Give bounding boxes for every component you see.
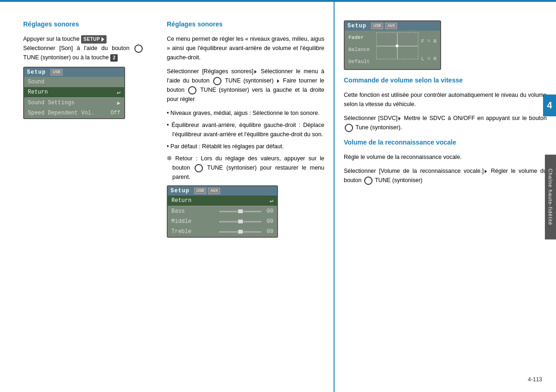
fader-left-labels: Fader Balance Default xyxy=(348,32,376,67)
screen2-header: Setup USB AUX xyxy=(168,186,277,196)
mid-bullet1: • Niveaux graves, médial, aigus : Sélect… xyxy=(167,108,324,118)
tune-circle-5 xyxy=(345,124,353,132)
tune-circle-6 xyxy=(364,177,373,185)
screen1-title: Setup xyxy=(27,69,46,76)
left-section-title: Réglages sonores xyxy=(23,20,144,28)
screen1-speed-label: Speed Dependent Vol. xyxy=(28,110,110,116)
screen1-row-return: Return ↵ xyxy=(24,87,124,97)
page-content: Réglages sonores Appuyer sur la touche S… xyxy=(0,2,556,392)
col-mid: Réglages sonores Ce menu permet de régle… xyxy=(158,2,334,392)
setup-button-inline: SETUP xyxy=(81,35,107,44)
col-right: Setup USB AUX Fader Balance Default F = … xyxy=(334,2,556,392)
treble-thumb xyxy=(238,229,243,234)
screen2-middle-label: Middle xyxy=(171,218,217,225)
tune-circle-3 xyxy=(188,86,196,95)
tune-circle-4 xyxy=(195,164,203,172)
screen1-return-label: Return xyxy=(28,89,117,95)
side-tab: Chaîne haute-fidélité xyxy=(545,155,556,240)
chapter-tab: 4 xyxy=(543,95,556,116)
right-section2-para2: Sélectionner [Volume de la reconnaissanc… xyxy=(344,166,547,185)
screen1-row-soundsettings: Sound Settings ▶ xyxy=(24,98,124,108)
mid-bullet3: • Par défaut : Rétablit les réglages par… xyxy=(167,142,324,151)
screen1-soundsettings-label: Sound Settings xyxy=(28,100,117,106)
screen2-treble-row: Treble 00 xyxy=(168,227,277,237)
arrow-icon-1 xyxy=(254,70,257,74)
fader-right-labels: F = B L = R xyxy=(421,32,436,67)
mid-para2: Sélectionner [Réglages sonores] Sélectio… xyxy=(167,67,324,104)
fader-screen-title: Setup xyxy=(348,23,366,29)
screen2-bass-label: Bass xyxy=(171,208,217,215)
right-para1: Cette fonction est utilisée pour contrôl… xyxy=(344,90,547,109)
screen2-bass-row: Bass 00 xyxy=(168,206,277,216)
screen1-row-sound: Sound xyxy=(24,77,124,87)
arrow-icon-2 xyxy=(277,79,279,83)
tune-circle-icon xyxy=(134,44,143,53)
screen2-aux: AUX xyxy=(208,188,220,194)
screen2-usb: USB xyxy=(194,188,206,194)
fader-dot xyxy=(396,44,398,47)
screen2-return-label: Return xyxy=(171,197,270,204)
right-section2-title: Volume de la reconnaissance vocale xyxy=(344,139,547,146)
fb-label: F = B xyxy=(421,38,436,44)
screen-fader: Setup USB AUX Fader Balance Default F = … xyxy=(344,20,441,70)
left-intro: Appuyer sur la touche SETUP Sélectionner… xyxy=(23,34,144,62)
bass-thumb xyxy=(238,209,243,214)
bass-slider xyxy=(217,211,263,212)
treble-slider xyxy=(217,231,263,233)
fader-content: Fader Balance Default F = B L = R xyxy=(345,31,440,69)
fader-label: Fader xyxy=(348,32,376,44)
screen1-row-speed: Speed Dependent Vol. Off xyxy=(24,108,124,118)
screen1-return-icon: ↵ xyxy=(117,89,120,96)
screen1-header: Setup USB xyxy=(24,68,124,77)
arrow-right-4 xyxy=(485,170,487,173)
middle-slider xyxy=(217,221,263,222)
screen2-return-row: Return ↵ xyxy=(168,196,277,206)
screen2-middle-value: 00 xyxy=(263,218,273,225)
balance-label: Balance xyxy=(348,44,376,56)
treble-track xyxy=(219,231,261,233)
middle-track xyxy=(219,221,261,222)
screen-1: Setup USB Sound Return ↵ Sound Settings … xyxy=(23,67,125,119)
lr-label: L = R xyxy=(421,56,436,62)
default-label: Default xyxy=(348,57,376,68)
arrow-right-3 xyxy=(398,117,401,120)
num-2-badge: 2 xyxy=(110,54,118,62)
screen2-middle-row: Middle 00 xyxy=(168,216,277,227)
screen2-bass-value: 00 xyxy=(263,208,273,215)
screen1-speed-value: Off xyxy=(110,110,120,116)
page-num: 4-113 xyxy=(528,376,542,383)
screen1-sound-label: Sound xyxy=(28,79,120,85)
screen1-usb: USB xyxy=(51,69,63,76)
screen2-treble-value: 00 xyxy=(263,228,273,235)
screen2-title: Setup xyxy=(171,188,190,194)
fader-screen-header: Setup USB AUX xyxy=(345,21,440,31)
col-left: Réglages sonores Appuyer sur la touche S… xyxy=(0,2,158,392)
mid-bullet2: • Équilibreur avant-arrière, équilibre g… xyxy=(167,120,324,139)
fader-usb: USB xyxy=(371,23,383,29)
bass-track xyxy=(219,211,261,212)
fader-grid xyxy=(376,32,418,59)
screen1-soundsettings-arrow: ▶ xyxy=(117,100,120,107)
tune-circle-2 xyxy=(213,77,221,85)
right-section1-title: Commande de volume selon la vitesse xyxy=(344,76,547,84)
screen2-return-icon: ↵ xyxy=(270,197,273,204)
mid-note: ❊ Retour : Lors du réglage des valeurs, … xyxy=(167,154,324,182)
screen-2: Setup USB AUX Return ↵ Bass 00 Middle xyxy=(167,185,278,238)
middle-thumb xyxy=(238,219,243,224)
mid-section-title: Réglages sonores xyxy=(167,20,324,28)
setup-arrow-icon xyxy=(101,37,104,42)
mid-para1: Ce menu permet de régler les « niveaux g… xyxy=(167,34,324,62)
screen2-treble-label: Treble xyxy=(171,228,217,235)
fader-aux: AUX xyxy=(385,23,397,29)
right-section2-para1: Règle le volume de la reconnaissance voc… xyxy=(344,152,547,162)
right-para2: Sélectionner [SDVC] Mettre le SDVC à ON/… xyxy=(344,114,547,132)
